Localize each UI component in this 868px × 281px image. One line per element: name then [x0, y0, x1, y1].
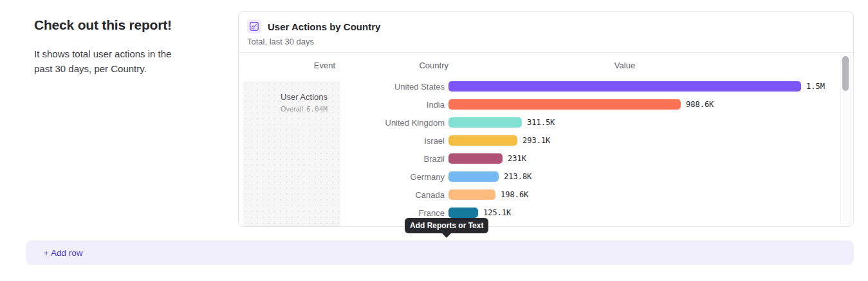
column-header-event: Event [243, 61, 340, 70]
country-label: Israel [340, 136, 448, 146]
bar[interactable] [448, 99, 681, 110]
bar-area: 198.6K [448, 189, 853, 200]
value-label: 988.6K [686, 100, 714, 109]
event-name: User Actions [248, 92, 328, 102]
overall-label: Overall [281, 105, 303, 113]
bar[interactable] [448, 135, 517, 146]
country-label: United Kingdom [340, 118, 448, 128]
chart-row: India 988.6K [340, 95, 853, 113]
value-label: 1.5M [806, 82, 825, 91]
chart-row: Israel 293.1K [340, 131, 853, 150]
tooltip-label: Add Reports or Text [410, 221, 483, 230]
report-card-header: User Actions by Country Total, last 30 d… [239, 12, 853, 53]
intro-panel: Check out this report! It shows total us… [34, 17, 201, 76]
chart-row: Brazil 231K [340, 150, 853, 168]
value-label: 198.6K [501, 190, 528, 199]
bar-area: 1.5M [448, 81, 853, 92]
bar-area: 293.1K [448, 135, 853, 146]
add-row-button[interactable]: + Add row [26, 240, 854, 265]
scrollbar-thumb[interactable] [842, 56, 849, 91]
value-label: 125.1K [483, 208, 511, 217]
bar-area: 125.1K [448, 208, 853, 218]
chart-body: Event Country Value User Actions Overall… [239, 53, 853, 226]
country-label: United States [340, 82, 448, 92]
bar-area: 213.8K [448, 171, 853, 182]
bar-area: 311.5K [448, 117, 853, 128]
bar[interactable] [448, 81, 801, 92]
line-chart-icon [247, 19, 261, 34]
bar-area: 231K [448, 153, 853, 164]
intro-heading: Check out this report! [34, 17, 201, 33]
country-label: Germany [340, 172, 448, 182]
add-row-label: + Add row [44, 248, 82, 258]
value-label: 231K [508, 154, 526, 163]
country-label: India [340, 100, 448, 110]
country-label: France [340, 208, 448, 218]
event-overall: Overall6.04M [248, 105, 328, 113]
value-label: 213.8K [504, 172, 531, 181]
overall-value: 6.04M [306, 105, 328, 113]
chart-row: United Kingdom 311.5K [340, 113, 853, 131]
event-cell: User Actions Overall6.04M [243, 81, 340, 226]
column-header-country: Country [340, 61, 448, 70]
chart-row: Canada 198.6K [340, 186, 853, 204]
country-label: Brazil [340, 154, 448, 164]
chart-row: United States 1.5M [340, 77, 853, 95]
chart-rows: United States 1.5M India 988.6K United K… [340, 77, 853, 226]
intro-body: It shows total user actions in the past … [34, 47, 189, 76]
report-card[interactable]: User Actions by Country Total, last 30 d… [238, 11, 854, 227]
bar[interactable] [448, 153, 503, 164]
bar[interactable] [448, 171, 499, 182]
report-title: User Actions by Country [268, 21, 380, 32]
bar[interactable] [448, 117, 522, 128]
chart-row: Germany 213.8K [340, 168, 853, 186]
bar-area: 988.6K [448, 99, 853, 110]
bar[interactable] [448, 208, 478, 218]
add-reports-tooltip: Add Reports or Text [405, 218, 488, 233]
column-header-value: Value [448, 61, 801, 70]
bar[interactable] [448, 189, 495, 200]
country-label: Canada [340, 190, 448, 200]
value-label: 293.1K [522, 136, 550, 145]
scrollbar-track[interactable] [840, 54, 851, 224]
column-headers: Event Country Value [239, 53, 853, 77]
report-subtitle: Total, last 30 days [247, 37, 845, 46]
value-label: 311.5K [527, 118, 555, 127]
